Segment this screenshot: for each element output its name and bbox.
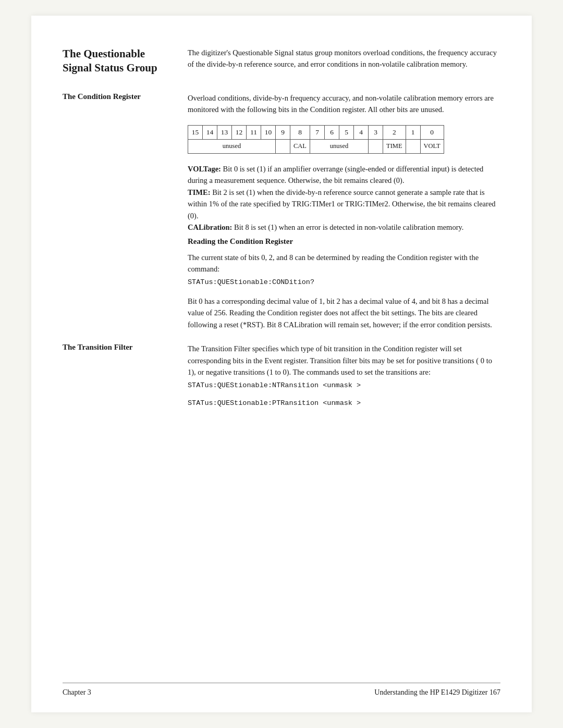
unused-label-1: unused <box>188 140 276 153</box>
condition-register-label: The Condition Register <box>63 92 188 101</box>
condition-register-content: Overload conditions, divide-by-n frequen… <box>188 92 500 331</box>
bit-9: 9 <box>276 125 290 140</box>
bit-4: 4 <box>354 125 369 140</box>
voltage-text: Bit 0 is set (1) if an amplifier overran… <box>188 165 483 184</box>
bit-5: 5 <box>339 125 354 140</box>
voltage-paragraph: VOLTage: Bit 0 is set (1) if an amplifie… <box>188 163 500 187</box>
register-table-wrapper: 15 14 13 12 11 10 9 8 7 6 5 4 3 2 <box>188 125 500 154</box>
bit-6: 6 <box>325 125 339 140</box>
condition-register-description: Overload conditions, divide-by-n frequen… <box>188 92 500 116</box>
transition-filter-content: The Transition Filter specifies which ty… <box>188 343 500 416</box>
empty-cell-1 <box>276 140 290 153</box>
transition-command1: STATus:QUEStionable:NTRansition <unmask … <box>188 380 500 391</box>
bit-12: 12 <box>232 125 247 140</box>
main-heading-col: The Questionable Signal Status Group <box>63 47 188 76</box>
bit-3: 3 <box>369 125 383 140</box>
reading-heading: Reading the Condition Register <box>188 236 500 248</box>
time-paragraph: TIME: Bit 2 is set (1) when the divide-b… <box>188 187 500 221</box>
cal-text: Bit 8 is set (1) when an error is detect… <box>232 223 463 231</box>
cal-bold: CALibration: <box>188 223 232 231</box>
bit-2: 2 <box>383 125 406 140</box>
bit-0: 0 <box>420 125 444 140</box>
transition-filter-description: The Transition Filter specifies which ty… <box>188 343 500 378</box>
cal-label: CAL <box>290 140 310 153</box>
unused-label-2: unused <box>310 140 369 153</box>
page-footer: Chapter 3 Understanding the HP E1429 Dig… <box>63 683 500 697</box>
bit-15: 15 <box>188 125 203 140</box>
volt-label: VOLT <box>420 140 444 153</box>
reading-para1: The current state of bits 0, 2, and 8 ca… <box>188 252 500 275</box>
transition-command2: STATus:QUEStionable:PTRansition <unmask … <box>188 398 500 409</box>
reading-command: STATus:QUEStionable:CONDition? <box>188 277 500 288</box>
bit-10: 10 <box>261 125 276 140</box>
heading-line2: Signal Status Group <box>63 61 157 74</box>
transition-filter-label: The Transition Filter <box>63 343 188 352</box>
cal-paragraph: CALibration: Bit 8 is set (1) when an er… <box>188 221 500 233</box>
voltage-bold: VOLTage: <box>188 165 221 173</box>
bit-13: 13 <box>217 125 232 140</box>
bit-14: 14 <box>203 125 217 140</box>
reading-para2: Bit 0 has a corresponding decimal value … <box>188 295 500 330</box>
footer-left: Chapter 3 <box>63 688 91 697</box>
main-heading: The Questionable Signal Status Group <box>63 47 177 76</box>
label-row: unused CAL unused TIME VOLT <box>188 140 444 153</box>
time-bold: TIME: <box>188 188 211 196</box>
condition-register-section: The Condition Register Overload conditio… <box>63 92 500 331</box>
transition-filter-section: The Transition Filter The Transition Fil… <box>63 343 500 416</box>
page: The Questionable Signal Status Group The… <box>31 16 532 712</box>
bit-7: 7 <box>310 125 325 140</box>
empty-cell-2 <box>369 140 383 153</box>
time-label: TIME <box>383 140 406 153</box>
empty-label <box>406 140 420 153</box>
bit-8: 8 <box>290 125 310 140</box>
bit-11: 11 <box>247 125 261 140</box>
bit-1: 1 <box>406 125 420 140</box>
heading-line1: The Questionable <box>63 47 145 60</box>
top-section: The Questionable Signal Status Group The… <box>63 47 500 76</box>
intro-text: The digitizer's Questionable Signal stat… <box>188 47 500 70</box>
time-text: Bit 2 is set (1) when the divide-by-n re… <box>188 188 496 220</box>
footer-right: Understanding the HP E1429 Digitizer 167 <box>374 688 500 697</box>
register-table: 15 14 13 12 11 10 9 8 7 6 5 4 3 2 <box>188 125 444 154</box>
bit-numbers-row: 15 14 13 12 11 10 9 8 7 6 5 4 3 2 <box>188 125 444 140</box>
